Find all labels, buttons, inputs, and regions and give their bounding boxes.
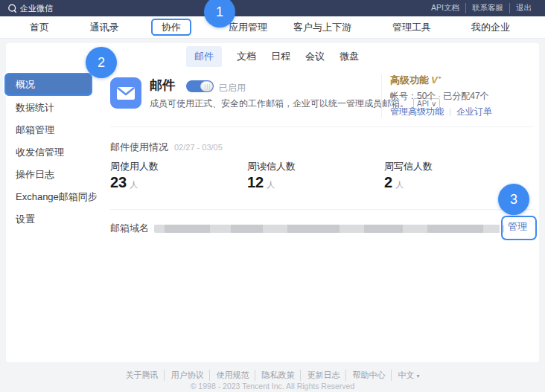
footer-help-link[interactable]: 帮助中心	[345, 370, 391, 381]
stat-weekly-users-value: 23人	[110, 174, 138, 191]
annotation-box-overview	[4, 73, 92, 96]
sidebar-item-statistics[interactable]: 数据统计	[6, 97, 103, 119]
api-docs-link[interactable]: API文档	[425, 3, 465, 13]
sidebar-item-send-receive[interactable]: 收发信管理	[6, 141, 103, 164]
premium-divider	[381, 74, 382, 118]
link-separator	[450, 109, 450, 116]
sidebar-item-mailbox-management[interactable]: 邮箱管理	[6, 119, 103, 141]
main-nav: 首页 通讯录 协作 应用管理 客户与上下游 管理工具 我的企业	[0, 16, 545, 39]
enterprise-order-link[interactable]: 企业订单	[456, 106, 492, 118]
domain-redacted-bar	[154, 225, 504, 233]
stat-weekly-writers-label: 周写信人数	[384, 160, 433, 173]
stat-weekly-users-label: 周使用人数	[110, 160, 159, 173]
divider-1	[110, 126, 533, 127]
footer-privacy-link[interactable]: 隐私政策	[255, 370, 300, 381]
stat-weekly-writers-value: 2人	[384, 174, 404, 191]
divider-2	[110, 209, 533, 210]
top-bar: 企业微信 API文档 联系客服 退出	[0, 0, 545, 16]
nav-item-my-company[interactable]: 我的企业	[471, 16, 510, 39]
annotation-step-3: 3	[498, 184, 529, 215]
sidebar-item-settings[interactable]: 设置	[6, 208, 103, 231]
premium-links: 管理高级功能 企业订单	[390, 106, 492, 118]
sidebar-item-operation-log[interactable]: 操作日志	[6, 164, 103, 186]
sidebar-item-exchange-sync[interactable]: Exchange邮箱同步	[6, 186, 103, 208]
tab-mail[interactable]: 邮件	[186, 46, 222, 67]
footer-rules-link[interactable]: 使用规范	[209, 370, 255, 381]
toggle-knob	[200, 81, 213, 91]
nav-item-customers[interactable]: 客户与上下游	[293, 16, 351, 39]
mail-enabled-toggle[interactable]	[186, 80, 214, 92]
manage-premium-link[interactable]: 管理高级功能	[390, 106, 444, 118]
copyright-text: © 1998 - 2023 Tencent Inc. All Rights Re…	[0, 382, 545, 391]
premium-v-icon: V	[431, 74, 438, 86]
tab-meeting[interactable]: 会议	[305, 46, 325, 67]
nav-item-apps[interactable]: 应用管理	[229, 16, 267, 39]
mail-status-label: 已启用	[219, 82, 246, 94]
wecom-logo-icon	[7, 4, 17, 13]
tab-docs[interactable]: 文档	[237, 46, 256, 67]
chevron-down-icon: ▾	[416, 373, 419, 379]
stat-weekly-readers-label: 周读信人数	[247, 160, 296, 173]
tab-calendar[interactable]: 日程	[271, 46, 290, 67]
stat-weekly-readers-value: 12人	[247, 174, 275, 191]
brand[interactable]: 企业微信	[7, 3, 53, 14]
footer-language-selector[interactable]: 中文▾	[391, 370, 425, 381]
nav-item-tools[interactable]: 管理工具	[392, 16, 431, 39]
collaboration-tabs: 邮件 文档 日程 会议 微盘	[0, 47, 545, 66]
wecom-admin-screen: 企业微信 API文档 联系客服 退出 首页 通讯录 协作 应用管理 客户与上下游…	[0, 0, 545, 392]
nav-item-home[interactable]: 首页	[30, 16, 49, 39]
usage-date-range: 02/27 - 03/05	[174, 143, 223, 152]
annotation-step-2: 2	[86, 47, 117, 78]
premium-account-info: 帐号：50个·已分配47个	[390, 90, 489, 103]
usage-section-title: 邮件使用情况02/27 - 03/05	[110, 141, 223, 154]
top-bar-links: API文档 联系客服 退出	[425, 3, 538, 13]
tab-drive[interactable]: 微盘	[340, 46, 359, 67]
contact-support-link[interactable]: 联系客服	[465, 3, 509, 13]
annotation-box-collaboration	[151, 19, 191, 36]
mail-app-icon	[110, 77, 141, 109]
footer-changelog-link[interactable]: 更新日志	[300, 370, 345, 381]
footer-agreement-link[interactable]: 用户协议	[164, 370, 209, 381]
logout-link[interactable]: 退出	[509, 3, 538, 13]
nav-item-contacts[interactable]: 通讯录	[90, 16, 119, 39]
annotation-box-manage	[501, 216, 537, 240]
brand-name: 企业微信	[20, 3, 53, 14]
premium-title: 高级功能V✦	[390, 74, 442, 87]
footer-links: 关于腾讯 用户协议 使用规范 隐私政策 更新日志 帮助中心 中文▾	[0, 370, 545, 381]
premium-star-icon: ✦	[438, 75, 442, 80]
dot-separator: ·	[436, 91, 443, 101]
footer-about-link[interactable]: 关于腾讯	[119, 370, 164, 381]
mail-domain-label: 邮箱域名	[110, 222, 149, 235]
mail-app-title: 邮件	[150, 77, 175, 94]
